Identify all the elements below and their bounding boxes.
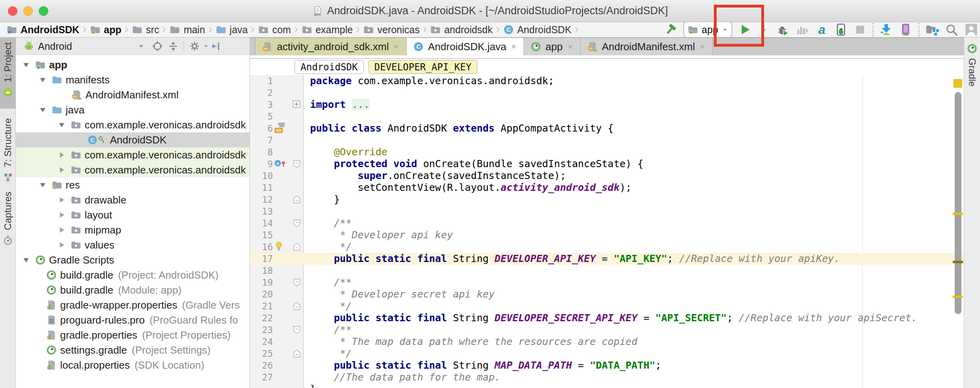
tree-row[interactable]: CAndroidSDK xyxy=(16,132,250,147)
breadcrumb-item-src[interactable]: src xyxy=(132,24,159,36)
warning-stripe-mark[interactable] xyxy=(953,261,963,263)
breadcrumb-item-androidsdk[interactable]: CAndroidSDK xyxy=(503,24,572,36)
project-structure-button[interactable] xyxy=(925,23,939,36)
search-everywhere-button[interactable] xyxy=(945,23,958,36)
breadcrumb-item-com[interactable]: com xyxy=(258,24,291,36)
bulb-icon[interactable] xyxy=(274,241,284,251)
code-editor[interactable]: 1package com.example.veronicas.androidsd… xyxy=(250,75,964,388)
fold-end-icon[interactable] xyxy=(292,349,301,358)
chevron-right-icon xyxy=(249,24,256,35)
tree-row[interactable]: proguard-rules.pro(ProGuard Rules fo xyxy=(16,313,250,328)
tree-row[interactable]: gradle-wrapper.properties(Gradle Vers xyxy=(16,298,250,313)
tree-row[interactable]: com.example.veronicas.androidsdk xyxy=(16,162,250,177)
tree-row[interactable]: build.gradle(Module: app) xyxy=(16,283,250,298)
tree-row[interactable]: values xyxy=(16,237,250,252)
tree-collapse-icon[interactable] xyxy=(57,195,66,205)
tree-row[interactable]: res xyxy=(16,177,250,192)
tab-close-icon[interactable] xyxy=(567,41,574,53)
gear-icon[interactable] xyxy=(189,41,200,52)
tree-row[interactable]: com.example.veronicas.androidsdk xyxy=(16,147,250,162)
breadcrumb-item-java[interactable]: java xyxy=(216,24,248,36)
run-config-selector[interactable]: app xyxy=(683,21,732,38)
avd-manager-button[interactable] xyxy=(899,23,912,36)
collapse-all-button[interactable] xyxy=(168,41,179,52)
build-hammer-button[interactable] xyxy=(664,23,677,36)
chevron-down-icon[interactable] xyxy=(137,42,146,51)
fold-end-icon[interactable] xyxy=(292,195,301,204)
tab-close-icon[interactable] xyxy=(510,41,517,53)
inspection-status-indicator[interactable] xyxy=(954,79,962,88)
fold-end-icon[interactable] xyxy=(292,242,301,252)
tree-row[interactable]: java xyxy=(16,102,250,117)
breadcrumb-item-veronicas[interactable]: veronicas xyxy=(363,24,420,36)
fold-start-icon[interactable] xyxy=(292,278,301,287)
zoom-button[interactable] xyxy=(39,6,48,16)
debug-button[interactable] xyxy=(776,23,790,36)
tree-expand-icon[interactable] xyxy=(21,60,31,70)
tree-row[interactable]: drawable xyxy=(16,192,250,207)
structure-chip-androidsdk[interactable]: AndroidSDK xyxy=(295,60,364,74)
tool-window-button-project[interactable]: 1: Project xyxy=(0,38,16,109)
fold-end-icon[interactable] xyxy=(292,301,301,311)
tree-row[interactable]: gradle.properties(Project Properties) xyxy=(16,328,250,343)
override-icon[interactable]: o xyxy=(274,158,286,168)
tree-collapse-icon[interactable] xyxy=(57,240,66,250)
breadcrumb-item-androidsdk[interactable]: androidsdk xyxy=(430,24,492,36)
fold-start-icon[interactable] xyxy=(292,325,301,335)
tree-row[interactable]: Gradle Scripts xyxy=(16,252,250,267)
warning-stripe-mark[interactable] xyxy=(953,296,963,298)
sdk-manager-button[interactable] xyxy=(880,23,893,36)
tree-collapse-icon[interactable] xyxy=(57,150,66,160)
editor-tab-androidsdk.java[interactable]: CAndroidSDK.java xyxy=(407,38,524,55)
breadcrumb-item-app[interactable]: app xyxy=(90,24,121,36)
tree-row[interactable]: manifests xyxy=(16,72,250,87)
tree-collapse-icon[interactable] xyxy=(57,165,66,175)
tree-expand-icon[interactable] xyxy=(38,75,47,85)
tree-row[interactable]: layout xyxy=(16,207,250,222)
locate-file-button[interactable] xyxy=(152,41,163,52)
stop-button[interactable] xyxy=(854,23,866,36)
editor-tab-activity_android_sdk.xml[interactable]: <>activity_android_sdk.xml xyxy=(255,38,407,55)
tree-row[interactable]: settings.gradle(Project Settings) xyxy=(16,343,250,358)
android-profiler-button[interactable]: a xyxy=(815,23,829,36)
tree-row[interactable]: com.example.veronicas.androidsdk xyxy=(16,117,250,132)
structure-chip-developer_api_key[interactable]: DEVELOPER_API_KEY xyxy=(369,60,478,74)
caret-down-icon[interactable] xyxy=(721,26,728,33)
tree-collapse-icon[interactable] xyxy=(57,210,66,220)
tab-close-icon[interactable] xyxy=(393,41,400,53)
tree-row[interactable]: app xyxy=(16,57,250,72)
minimize-button[interactable] xyxy=(23,6,33,16)
tree-row[interactable]: build.gradle(Project: AndroidSDK) xyxy=(16,267,250,283)
close-button[interactable] xyxy=(8,6,17,16)
fold-start-icon[interactable] xyxy=(292,159,301,169)
profile-button[interactable] xyxy=(796,23,809,36)
tree-row[interactable]: <>AndroidManifest.xml xyxy=(16,87,250,102)
tree-expand-icon[interactable] xyxy=(21,255,31,265)
tree-row[interactable]: mipmap xyxy=(16,222,250,237)
scrollbar-thumb[interactable] xyxy=(955,92,961,314)
warning-stripe-mark[interactable] xyxy=(953,213,963,215)
fold-start-icon[interactable] xyxy=(292,218,301,228)
apply-changes-button[interactable] xyxy=(758,23,770,36)
tree-row[interactable]: local.properties(SDK Location) xyxy=(16,358,250,373)
hide-panel-button[interactable] xyxy=(210,41,221,52)
gradle-tool-window-button[interactable]: Gradle xyxy=(964,38,980,87)
breadcrumb-item-main[interactable]: main xyxy=(169,24,205,36)
run-button[interactable] xyxy=(738,23,752,36)
project-view-selector[interactable]: Android xyxy=(38,40,72,52)
editor-tab-app[interactable]: app xyxy=(524,38,580,55)
editor-tab-androidmanifest.xml[interactable]: <>AndroidManifest.xml xyxy=(581,38,713,55)
tab-close-icon[interactable] xyxy=(699,41,706,53)
tree-expand-icon[interactable] xyxy=(38,180,47,190)
breadcrumb-item-androidsdk[interactable]: AndroidSDK xyxy=(6,24,79,36)
tree-expand-icon[interactable] xyxy=(57,120,66,130)
tool-window-button-structure[interactable]: 7: Structure xyxy=(0,113,16,181)
fold-plus-icon[interactable] xyxy=(292,100,301,108)
attach-debugger-button[interactable] xyxy=(834,23,848,36)
tree-expand-icon[interactable] xyxy=(38,105,47,115)
tool-window-button-captures[interactable]: Captures xyxy=(0,187,16,247)
avatar-button[interactable] xyxy=(964,23,978,37)
layout-gutter-icon[interactable]: <> xyxy=(274,122,287,135)
breadcrumb-item-example[interactable]: example xyxy=(301,24,353,36)
tree-collapse-icon[interactable] xyxy=(57,225,66,235)
